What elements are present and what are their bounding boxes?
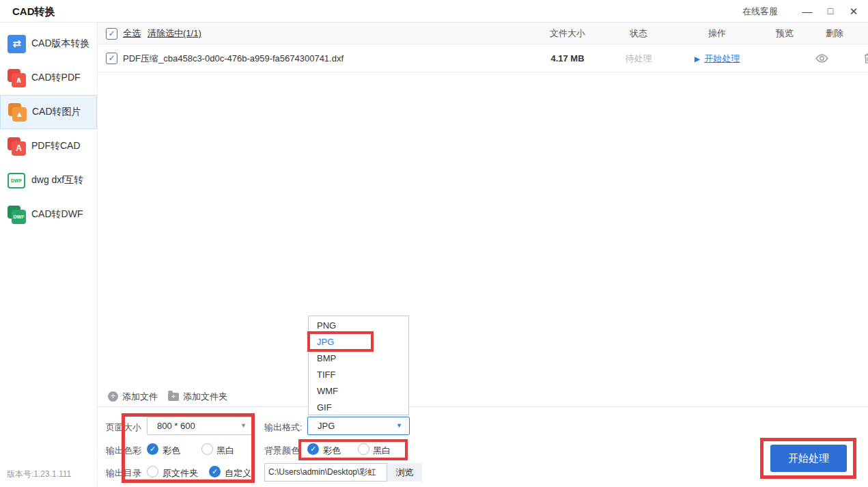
column-file-size: 文件大小 — [550, 23, 585, 44]
sidebar-item-pdf-to-cad[interactable]: A PDF转CAD — [0, 129, 97, 163]
sidebar-item-cad-version-convert[interactable]: ⇄ CAD版本转换 — [0, 27, 97, 61]
output-format-value: JPG — [318, 421, 335, 431]
format-dropdown-panel: PNG JPG BMP TIFF WMF GIF — [308, 316, 409, 415]
titlebar: CAD转换 在线客服 — □ ✕ — [0, 0, 868, 23]
select-all-link[interactable]: 全选 — [123, 23, 141, 44]
delete-trash-icon[interactable] — [854, 44, 868, 72]
output-format-dropdown[interactable]: JPG ▼ — [307, 417, 410, 435]
sidebar-item-label: CAD版本转换 — [31, 38, 90, 50]
output-format-label: 输出格式: — [264, 421, 303, 434]
version-label: 版本号:1.23.1.111 — [7, 469, 71, 480]
app-title: CAD转换 — [12, 0, 55, 23]
bg-color-color-option[interactable]: 彩色 — [323, 445, 341, 457]
original-folder-radio[interactable] — [147, 466, 158, 477]
cad-version-convert-icon: ⇄ — [8, 35, 26, 53]
column-status: 状态 — [630, 23, 647, 44]
sidebar-item-label: PDF转CAD — [31, 140, 81, 152]
close-icon[interactable]: ✕ — [842, 0, 865, 23]
add-row: + 添加文件 + 添加文件夹 — [98, 386, 868, 407]
start-process-button[interactable]: 开始处理 — [770, 445, 847, 472]
output-path-input[interactable]: C:\Users\admin\Desktop\彩虹 — [264, 463, 387, 482]
status-badge: 待处理 — [626, 44, 652, 72]
add-folder-label: 添加文件夹 — [183, 391, 227, 403]
page-size-dropdown[interactable]: 800 * 600 ▼ — [147, 417, 254, 435]
sidebar-item-dwg-dxf-convert[interactable]: DWF dwg dxf互转 — [0, 163, 97, 197]
cad-to-pdf-icon: ∧ — [8, 69, 26, 87]
browse-button[interactable]: 浏览 — [387, 463, 422, 482]
row-checkbox[interactable]: ✓ — [106, 53, 117, 64]
plus-circle-icon: + — [108, 391, 118, 402]
custom-dir-radio[interactable]: ✓ — [209, 466, 221, 477]
output-color-bw-radio[interactable] — [201, 443, 213, 455]
output-color-color-option[interactable]: 彩色 — [163, 445, 180, 457]
select-all-checkbox[interactable]: ✓ — [106, 28, 117, 40]
table-row: ✓ PDF压缩_cba458c3-0d0c-476b-a959-fa567430… — [98, 44, 868, 72]
output-color-bw-option[interactable]: 黑白 — [216, 445, 234, 457]
format-option-gif[interactable]: GIF — [309, 400, 408, 416]
file-name: PDF压缩_cba458c3-0d0c-476b-a959-fa56743007… — [123, 44, 344, 72]
pdf-to-cad-icon: A — [8, 137, 26, 156]
bg-color-bw-radio[interactable] — [358, 443, 369, 455]
maximize-icon[interactable]: □ — [819, 0, 842, 23]
cad-to-dwf-icon: DWF — [8, 206, 26, 224]
format-option-png[interactable]: PNG — [309, 318, 408, 334]
page-size-value: 800 * 600 — [157, 421, 195, 431]
sidebar-item-label: dwg dxf互转 — [31, 174, 83, 186]
page-size-label: 页面大小 — [106, 421, 141, 434]
sidebar-items: ⇄ CAD版本转换 ∧ CAD转PDF ▲ CAD转图片 A PDF转CAD D… — [0, 23, 97, 232]
sidebar-item-label: CAD转DWF — [31, 208, 83, 221]
column-preview: 预览 — [776, 23, 794, 44]
online-service-link[interactable]: 在线客服 — [742, 5, 778, 18]
column-action: 操作 — [708, 23, 726, 44]
bg-color-label: 背景颜色 — [264, 445, 300, 457]
output-color-label: 输出色彩 — [106, 445, 141, 457]
add-file-label: 添加文件 — [122, 391, 158, 403]
original-folder-option[interactable]: 原文件夹 — [163, 467, 198, 479]
format-option-bmp[interactable]: BMP — [309, 350, 408, 367]
app-window: CAD转换 在线客服 — □ ✕ ⇄ CAD版本转换 ∧ CAD转PDF ▲ C… — [0, 0, 868, 487]
custom-dir-option[interactable]: 自定义 — [225, 467, 251, 479]
folder-plus-icon: + — [168, 393, 179, 401]
column-delete: 删除 — [826, 23, 843, 44]
add-folder-button[interactable]: + 添加文件夹 — [168, 386, 227, 407]
chevron-down-icon: ▼ — [396, 417, 402, 434]
sidebar: ⇄ CAD版本转换 ∧ CAD转PDF ▲ CAD转图片 A PDF转CAD D… — [0, 23, 98, 487]
sidebar-item-label: CAD转PDF — [31, 72, 81, 84]
file-size: 4.17 MB — [550, 44, 584, 72]
play-icon: ▶ — [695, 45, 700, 73]
format-option-tiff[interactable]: TIFF — [309, 367, 408, 383]
add-file-button[interactable]: + 添加文件 — [108, 386, 158, 407]
preview-eye-icon[interactable] — [808, 44, 835, 72]
file-list-header: ✓ 全选 清除选中(1/1) 文件大小 状态 操作 预览 删除 — [98, 23, 868, 44]
chevron-down-icon: ▼ — [240, 417, 247, 434]
clear-selected-link[interactable]: 清除选中(1/1) — [148, 23, 201, 44]
sidebar-item-cad-to-image[interactable]: ▲ CAD转图片 — [0, 95, 97, 129]
sidebar-item-cad-to-pdf[interactable]: ∧ CAD转PDF — [0, 61, 97, 95]
cad-to-image-icon: ▲ — [8, 103, 27, 122]
window-controls: 在线客服 — □ ✕ — [742, 0, 868, 23]
sidebar-item-label: CAD转图片 — [32, 106, 81, 118]
output-color-color-radio[interactable]: ✓ — [147, 443, 158, 455]
dwg-dxf-convert-icon: DWF — [8, 171, 26, 190]
bg-color-color-radio[interactable]: ✓ — [307, 443, 319, 455]
sidebar-item-cad-to-dwf[interactable]: DWF CAD转DWF — [0, 197, 97, 232]
output-dir-label: 输出目录 — [106, 467, 141, 479]
format-option-jpg[interactable]: JPG — [309, 334, 408, 350]
format-option-wmf[interactable]: WMF — [309, 383, 408, 400]
bg-color-bw-option[interactable]: 黑白 — [373, 445, 391, 457]
start-process-link[interactable]: ▶开始处理 — [695, 44, 740, 73]
minimize-icon[interactable]: — — [796, 0, 819, 23]
